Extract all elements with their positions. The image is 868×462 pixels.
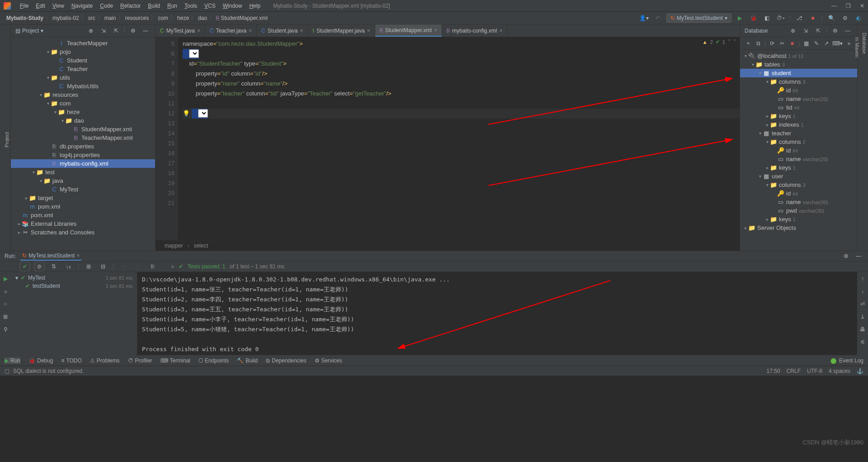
tree-item[interactable]: ⎘StudentMapper.xml (11, 125, 155, 133)
tool-dependencies[interactable]: ⧉Dependencies (266, 357, 307, 364)
status-icon[interactable]: ▢ (5, 368, 9, 374)
maximize-icon[interactable]: ❐ (846, 3, 851, 9)
tree-item[interactable]: ITeacherMapper (11, 39, 155, 48)
menu-help[interactable]: Help (245, 3, 264, 9)
expand-icon[interactable]: ⇲ (99, 26, 108, 36)
tree-item[interactable]: ▾📁pojo (11, 48, 155, 56)
database-tree[interactable]: ▾🔌@localhost1 of 13▾📁tables3▾▦student▾📁c… (740, 50, 857, 251)
db-tree-item[interactable]: ▾📁columns3 (740, 181, 857, 189)
expand-all-icon[interactable]: ⊞ (84, 262, 94, 271)
down-icon[interactable]: ↓ (133, 262, 143, 271)
db-tree-item[interactable]: ▭namevarchar(30) (740, 198, 857, 206)
tree-item[interactable]: CTeacher (11, 65, 155, 73)
tree-item[interactable]: CStudent (11, 56, 155, 65)
tree-item[interactable]: CMyTest (11, 185, 155, 194)
insert-icon[interactable]: ✎ (813, 38, 820, 48)
refresh-icon[interactable]: ⟳ (769, 38, 776, 48)
breadcrumb-item[interactable]: Mybatis-Study (5, 15, 45, 21)
breadcrumb-item[interactable]: src (86, 15, 97, 21)
db-tree-item[interactable]: ▭namevarchar(20) (740, 95, 857, 103)
close-icon[interactable]: × (76, 252, 80, 259)
locate-icon[interactable]: ⊕ (86, 26, 96, 36)
breadcrumb-item[interactable]: resources (123, 15, 151, 21)
more-icon[interactable]: » (845, 38, 853, 48)
tool-services[interactable]: ⚙Services (315, 357, 342, 364)
sort-icon[interactable]: ⇅ (49, 262, 59, 271)
expand-icon[interactable]: ⇲ (801, 26, 811, 36)
coverage-icon[interactable]: ◧ (762, 13, 772, 23)
tree-item[interactable]: ⎘db.properties (11, 142, 155, 151)
console-icon[interactable]: ⌨▾ (833, 38, 843, 48)
toggle-icon[interactable]: ⟐ (0, 286, 10, 296)
code-editor[interactable]: namespace="com.heze.dao.StudentMapper"> … (178, 37, 740, 240)
git-icon[interactable]: ⎇ (794, 13, 804, 23)
check-icon[interactable]: ✔ (20, 262, 30, 271)
run-console[interactable]: D:\vscode\java-1.8.0-openjdk-1.8.0.302-1… (137, 272, 857, 357)
db-tree-item[interactable]: ▭tidint (740, 103, 857, 112)
maven-tool-tab[interactable]: m Maven (854, 33, 861, 251)
run-icon[interactable]: ▶ (735, 13, 745, 23)
stop-icon[interactable]: ■ (808, 13, 818, 23)
tool-debug[interactable]: 🐞Debug (28, 357, 53, 364)
editor-tab[interactable]: ⎘mybatis-config.xml× (442, 24, 507, 37)
db-tree-item[interactable]: ▾📁tables3 (740, 60, 857, 69)
hide-icon[interactable]: — (843, 26, 853, 36)
scroll-icon[interactable]: ⤓ (858, 312, 868, 322)
duplicate-icon[interactable]: ⧉ (755, 38, 762, 48)
breadcrumb-item[interactable]: dao (196, 15, 209, 21)
project-tree[interactable]: ITeacherMapper▾📁pojoCStudentCTeacher▾📁ut… (11, 37, 155, 251)
db-tree-item[interactable]: ▾📁columns3 (740, 77, 857, 86)
project-panel-header[interactable]: ▤ Project ▾ (15, 28, 43, 34)
tree-item[interactable]: ▾📁resources (11, 90, 155, 99)
table-icon[interactable]: ▦ (803, 38, 810, 48)
run-config-selector[interactable]: ↻ MyTest.testStudent ▾ (666, 14, 731, 23)
hide-icon[interactable]: — (141, 26, 151, 36)
db-tree-item[interactable]: 🔑idint (740, 189, 857, 198)
user-icon[interactable]: 👤▾ (639, 13, 649, 23)
menu-window[interactable]: Window (219, 3, 246, 9)
close-icon[interactable]: × (249, 28, 252, 34)
tool-todo[interactable]: ≡TODO (61, 357, 81, 364)
tool-build[interactable]: 🔨Build (237, 357, 258, 364)
editor-tab[interactable]: CTeacher.java× (205, 24, 257, 37)
editor-tab[interactable]: ⎘StudentMapper.xml× (375, 24, 442, 37)
menu-code[interactable]: Code (96, 3, 117, 9)
breadcrumb-item[interactable]: mapper (165, 243, 183, 249)
database-tool-tab[interactable]: Database (861, 29, 868, 251)
event-log-button[interactable]: ⬤ Event Log (830, 357, 863, 364)
sort2-icon[interactable]: ↓₂ (63, 262, 73, 271)
gear-icon[interactable]: ⚙ (830, 26, 840, 36)
db-tree-item[interactable]: ▸📁keys1 (740, 112, 857, 120)
db-tree-item[interactable]: ▾🔌@localhost1 of 13 (740, 52, 857, 60)
tree-item[interactable]: ▾📁test (11, 168, 155, 176)
hide-icon[interactable]: — (854, 251, 863, 261)
gear-icon[interactable]: ⚙ (128, 26, 138, 36)
close-icon[interactable]: × (197, 28, 200, 34)
menu-edit[interactable]: Edit (32, 3, 49, 9)
tree-item[interactable]: ▾📁utils (11, 73, 155, 82)
wrap-icon[interactable]: ⏎ (858, 299, 868, 309)
tool-profiler[interactable]: ⏱Profiler (128, 357, 152, 364)
export-icon[interactable]: ⎘ (147, 262, 157, 271)
tree-item[interactable]: ▾📁com (11, 99, 155, 108)
menu-run[interactable]: Run (164, 3, 181, 9)
close-icon[interactable]: × (300, 28, 303, 34)
code-inspections[interactable]: ▲2 ✔1 ˄ ˅ (703, 39, 736, 45)
db-tree-item[interactable]: ▾▦student (740, 69, 857, 77)
breadcrumb-item[interactable]: select (194, 243, 208, 249)
editor-body[interactable]: 56789101112131415161718192021 namespace=… (156, 37, 740, 240)
menu-tools[interactable]: Tools (181, 3, 201, 9)
profile-icon[interactable]: ⏱▾ (776, 13, 786, 23)
filter-icon[interactable]: ✂ (778, 38, 786, 48)
close-icon[interactable]: × (434, 27, 437, 33)
tree-item[interactable]: ⎘TeacherMapper.xml (11, 133, 155, 142)
tool-terminal[interactable]: ⌨Terminal (160, 357, 190, 364)
collapse-all-icon[interactable]: ⊟ (98, 262, 108, 271)
search-icon[interactable]: 🔍 (826, 13, 836, 23)
settings-icon[interactable]: ⚙ (840, 13, 850, 23)
db-tree-item[interactable]: ▸📁Server Objects (740, 224, 857, 232)
menu-navigate[interactable]: Navigate (68, 3, 96, 9)
gear-icon[interactable]: ⚙ (841, 251, 851, 261)
close-icon[interactable]: ✕ (860, 3, 864, 9)
debug-icon[interactable]: 🐞 (749, 13, 759, 23)
